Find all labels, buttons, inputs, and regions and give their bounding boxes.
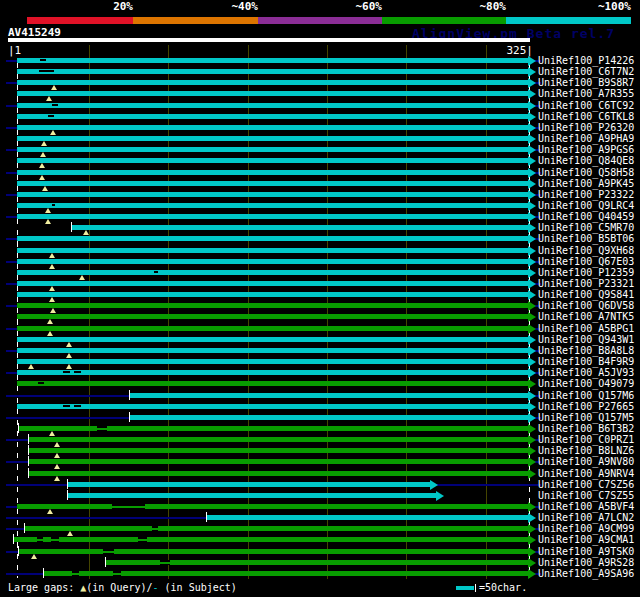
row-label[interactable]: UniRef100_C7SZ55 <box>538 490 638 501</box>
row-label[interactable]: UniRef100_B8A8L8 <box>538 345 638 356</box>
row-label[interactable]: UniRef100_A7LCN2 <box>538 512 638 523</box>
colorbar-segment <box>133 17 258 24</box>
row-label[interactable]: UniRef100_A9PGS6 <box>538 144 638 155</box>
row-label[interactable]: UniRef100_B4F9R9 <box>538 356 638 367</box>
legend-prefix: Large gaps: <box>8 582 80 593</box>
row-label[interactable]: UniRef100_P26320 <box>538 122 638 133</box>
row-label[interactable]: UniRef100_P12359 <box>538 267 638 278</box>
arrow-right-icon <box>528 558 536 568</box>
row-label[interactable]: UniRef100_A5BVF4 <box>538 501 638 512</box>
arrow-right-icon <box>528 312 536 322</box>
arrow-right-icon <box>528 67 536 77</box>
row-label[interactable]: UniRef100_A9PHA9 <box>538 133 638 144</box>
arrow-right-icon <box>528 89 536 99</box>
row-label[interactable]: UniRef100_Q9S841 <box>538 289 638 300</box>
row-label[interactable]: UniRef100_B9S8R7 <box>538 77 638 88</box>
row-label[interactable]: UniRef100_B6T3B2 <box>538 423 638 434</box>
row-label[interactable]: UniRef100_P14226 <box>538 55 638 66</box>
scale-label: ~60% <box>312 1 382 13</box>
alignment-bar <box>17 259 528 264</box>
alignment-bar <box>130 415 528 420</box>
row-label[interactable]: UniRef100_A9CMA1 <box>538 534 638 545</box>
row-label[interactable]: UniRef100_A7NTK5 <box>538 311 638 322</box>
gap-thin-line <box>160 562 170 564</box>
gap-thin-line <box>112 506 145 508</box>
alignment-bar <box>29 459 528 464</box>
row-label[interactable]: UniRef100_A5JV93 <box>538 367 638 378</box>
row-label[interactable]: UniRef100_Q40459 <box>538 211 638 222</box>
alignment-bar <box>29 471 528 476</box>
alignment-bar <box>72 225 528 230</box>
alignment-bar <box>17 381 528 386</box>
row-label[interactable]: UniRef100_A9TSK0 <box>538 546 638 557</box>
subject-gap-mark <box>74 371 81 373</box>
row-label[interactable]: UniRef100_C7SZ56 <box>538 479 638 490</box>
row-label[interactable]: UniRef100_A5BPG1 <box>538 323 638 334</box>
arrow-right-icon <box>528 346 536 356</box>
arrow-right-icon <box>528 123 536 133</box>
subject-gap-mark <box>52 104 58 106</box>
segment-start-tick <box>28 456 29 466</box>
row-label[interactable]: UniRef100_A9NV80 <box>538 456 638 467</box>
alignment-bar <box>17 281 528 286</box>
row-label[interactable]: UniRef100_Q943W1 <box>538 334 638 345</box>
segment-start-tick <box>71 222 72 232</box>
subject-gap-mark <box>52 204 55 206</box>
segment-start-tick <box>28 468 29 478</box>
query-bar <box>8 38 530 42</box>
legend-suffix: (in Subject) <box>159 582 237 593</box>
row-label[interactable]: UniRef100_Q58H58 <box>538 167 638 178</box>
legend-mid: (in Query)/ <box>86 582 152 593</box>
row-label[interactable]: UniRef100_P27665 <box>538 401 638 412</box>
row-label[interactable]: UniRef100_Q84QE8 <box>538 155 638 166</box>
alignment-bar <box>17 270 528 275</box>
row-label[interactable]: UniRef100_Q6DV58 <box>538 300 638 311</box>
row-label[interactable]: UniRef100_Q9LRC4 <box>538 200 638 211</box>
row-label[interactable]: UniRef100_P23322 <box>538 189 638 200</box>
alignment-bar <box>17 114 528 119</box>
arrow-right-icon <box>528 168 536 178</box>
gap-thin-line <box>138 539 147 541</box>
alignment-bar <box>17 303 528 308</box>
row-label[interactable]: UniRef100_C0PRZ1 <box>538 434 638 445</box>
alignment-bar <box>207 515 528 520</box>
arrow-right-icon <box>528 335 536 345</box>
row-label[interactable]: UniRef100_A9NRV4 <box>538 468 638 479</box>
subject-gap-mark <box>38 382 44 384</box>
gap-thin-line <box>113 573 121 575</box>
row-label[interactable]: UniRef100_C6TKL8 <box>538 111 638 122</box>
segment-start-tick <box>129 412 130 422</box>
row-label[interactable]: UniRef100_C6T7N2 <box>538 66 638 77</box>
alignment-bar <box>17 125 528 130</box>
row-label[interactable]: UniRef100_Q157M5 <box>538 412 638 423</box>
scale-label: ~40% <box>188 1 258 13</box>
ruler-end-label: 325| <box>483 45 533 57</box>
gap-thin-line <box>97 428 107 430</box>
row-label[interactable]: UniRef100_A9RS28 <box>538 557 638 568</box>
arrow-right-icon <box>528 101 536 111</box>
row-label[interactable]: UniRef100_C6TC92 <box>538 100 638 111</box>
arrow-right-icon <box>528 156 536 166</box>
row-label[interactable]: UniRef100_Q157M6 <box>538 390 638 401</box>
row-label[interactable]: UniRef100_A9CM99 <box>538 523 638 534</box>
arrow-right-icon <box>528 201 536 211</box>
row-label[interactable]: UniRef100_A7R355 <box>538 88 638 99</box>
row-label[interactable]: UniRef100_A9SA96 <box>538 568 638 579</box>
row-label[interactable]: UniRef100_P23321 <box>538 278 638 289</box>
row-label[interactable]: UniRef100_B8LNZ6 <box>538 445 638 456</box>
legend-swatch-tick <box>475 584 476 592</box>
arrow-right-icon <box>528 368 536 378</box>
row-label[interactable]: UniRef100_B5BT06 <box>538 233 638 244</box>
colorbar-segment <box>258 17 382 24</box>
gap-thin-line <box>72 573 79 575</box>
scale-label: 20% <box>63 1 133 13</box>
segment-start-tick <box>105 557 106 567</box>
row-label[interactable]: UniRef100_Q9XH68 <box>538 245 638 256</box>
alignment-bar <box>17 103 528 108</box>
row-label[interactable]: UniRef100_C5MR70 <box>538 222 638 233</box>
row-label[interactable]: UniRef100_Q67E03 <box>538 256 638 267</box>
segment-start-tick <box>206 512 207 522</box>
row-label[interactable]: UniRef100_O49079 <box>538 378 638 389</box>
row-label[interactable]: UniRef100_A9PK45 <box>538 178 638 189</box>
alignment-bar <box>25 526 528 531</box>
